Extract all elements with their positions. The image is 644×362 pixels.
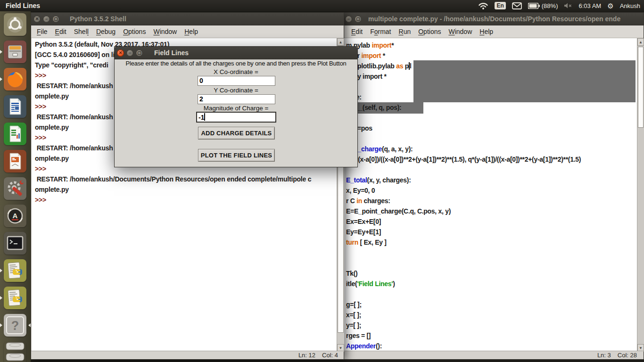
dialog-titlebar[interactable]: ✕ – ▢ Field Lines <box>115 47 357 59</box>
shell-col-indicator: Col: 4 <box>322 352 338 359</box>
launcher-item-ubuntu-dash[interactable] <box>4 13 26 36</box>
svg-text:?: ? <box>11 319 19 333</box>
launcher-item-terminal[interactable] <box>4 232 26 255</box>
shell-statusbar: Ln: 12 Col: 4 <box>31 351 344 359</box>
top-panel: Field Lines En (88%) 6:03 AM ⚙ Ankush <box>0 0 644 11</box>
code-line: E_total(x, y, charges): <box>346 175 411 185</box>
minimize-icon[interactable]: – <box>126 49 133 57</box>
volume-muted-icon[interactable] <box>564 2 572 9</box>
username[interactable]: Ankush <box>620 2 640 9</box>
ubuntu-dash-icon <box>4 13 26 36</box>
launcher-item-idle-python[interactable] <box>4 259 26 282</box>
editor-window-title: multipole complete.py - /home/ankush/Doc… <box>368 15 620 23</box>
x-coordinate-label: X Co-ordinate = <box>115 68 357 75</box>
y-coordinate-input[interactable]: 2 <box>198 94 275 104</box>
code-line: x=[ ]; <box>346 310 361 320</box>
field-lines-dialog: ✕ – ▢ Field Lines Please enter the detai… <box>114 46 358 167</box>
launcher-item-libreoffice-impress[interactable] <box>4 150 26 173</box>
code-line: turn [ Ex, Ey ] <box>346 237 387 247</box>
editor-scrollbar-thumb[interactable] <box>638 47 644 128</box>
editor-titlebar[interactable]: – ▢ multipole complete.py - /home/ankush… <box>343 13 644 25</box>
editor-menubar: EditFormatRunOptionsWindowHelp <box>343 25 644 38</box>
wifi-icon[interactable] <box>478 1 488 10</box>
terminal-icon <box>4 232 26 255</box>
code-line: n q*(x-a[0])/((x-a[0])**2+(y-a[1])**2)**… <box>346 154 581 165</box>
x-coordinate-input[interactable]: 0 <box>198 76 275 86</box>
clock[interactable]: 6:03 AM <box>578 2 601 9</box>
battery-percent[interactable]: (88%) <box>542 2 558 9</box>
running-indicator-arrow <box>0 77 2 81</box>
drives-icon <box>4 341 26 362</box>
maximize-icon[interactable]: ▢ <box>52 16 59 23</box>
keyboard-indicator[interactable]: En <box>495 2 505 9</box>
focused-indicator-arrow <box>28 323 31 327</box>
menu-edit[interactable]: Edit <box>347 28 366 35</box>
code-line: Appender(): <box>346 341 382 351</box>
editor-scrollbar[interactable]: ▲ ▼ <box>637 38 644 352</box>
launcher: A? <box>0 11 31 362</box>
shell-menubar: FileEditShellDebugOptionsWindowHelp <box>31 25 344 38</box>
shell-titlebar[interactable]: ✕ – ▢ Python 3.5.2 Shell <box>31 13 344 25</box>
editor-window: – ▢ multipole complete.py - /home/ankush… <box>342 12 644 360</box>
svg-text:A: A <box>13 212 18 220</box>
add-charge-details-button[interactable]: ADD CHARGE DETAILS <box>198 127 275 140</box>
code-line: g=[ ]; <box>346 299 362 310</box>
menu-edit[interactable]: Edit <box>51 28 70 35</box>
minimize-icon[interactable]: – <box>43 16 50 23</box>
code-line: itle('Field Lines') <box>346 279 395 289</box>
launcher-item-files[interactable] <box>4 41 26 63</box>
launcher-item-system-settings[interactable] <box>4 177 26 200</box>
close-icon[interactable]: ✕ <box>117 49 124 57</box>
menu-window[interactable]: Window <box>445 28 476 35</box>
running-indicator-arrow <box>0 296 2 300</box>
launcher-item-ubuntu-software[interactable]: A <box>4 205 26 227</box>
menu-help[interactable]: Help <box>476 28 497 35</box>
shell-line-indicator: Ln: 12 <box>298 352 315 359</box>
magnitude-of-charge-label: Magnitude of Charge = <box>115 105 357 112</box>
battery-icon[interactable] <box>528 3 540 9</box>
maximize-icon[interactable]: ▢ <box>136 49 143 57</box>
editor-line-indicator: Ln: 3 <box>597 352 611 359</box>
editor-text-area[interactable]: m pylab import*inter import *matplotlib.… <box>343 38 637 352</box>
maximize-icon[interactable]: ▢ <box>355 16 362 23</box>
launcher-item-libreoffice-writer[interactable] <box>4 95 26 118</box>
menu-help[interactable]: Help <box>181 28 202 35</box>
menu-format[interactable]: Format <box>366 28 395 35</box>
minimize-icon[interactable]: – <box>345 16 352 23</box>
panel-app-title: Field Lines <box>6 2 40 9</box>
shell-line: omplete.py <box>35 184 337 195</box>
launcher-item-firefox[interactable] <box>4 68 26 90</box>
menu-options[interactable]: Options <box>414 28 445 35</box>
libreoffice-writer-icon <box>4 95 26 118</box>
gear-icon[interactable]: ⚙ <box>607 2 613 9</box>
launcher-item-idle-python[interactable] <box>4 287 26 309</box>
launcher-item-libreoffice-calc[interactable] <box>4 123 26 145</box>
menu-options[interactable]: Options <box>119 28 149 35</box>
running-indicator-arrow <box>0 323 2 327</box>
editor-col-indicator: Col: 28 <box>618 352 637 359</box>
plot-field-lines-button[interactable]: PLOT THE FIELD LINES <box>198 149 275 162</box>
ubuntu-software-icon: A <box>4 205 26 227</box>
close-icon[interactable]: ✕ <box>33 16 41 23</box>
code-line: r C in charges: <box>346 196 390 206</box>
code-line: E=E_point_charge(C.q, C.pos, x, y) <box>346 206 451 216</box>
launcher-item-unknown-app[interactable]: ? <box>4 314 26 337</box>
menu-file[interactable]: File <box>33 28 51 35</box>
shell-line: >>> <box>35 195 337 205</box>
code-line: Tk() <box>346 268 357 279</box>
scroll-up-icon[interactable]: ▲ <box>637 38 644 46</box>
menu-window[interactable]: Window <box>149 28 181 35</box>
text-cursor <box>204 113 205 121</box>
idle-python-icon <box>4 259 26 282</box>
menu-debug[interactable]: Debug <box>92 28 119 35</box>
mail-icon[interactable] <box>512 2 522 9</box>
code-line: Ey=Ey+E[1] <box>346 227 381 237</box>
launcher-item-drives[interactable] <box>4 341 26 362</box>
idle-python-icon <box>4 287 26 309</box>
scroll-up-icon[interactable]: ▲ <box>337 38 344 46</box>
menu-run[interactable]: Run <box>395 28 415 35</box>
code-line: x, Ey=0, 0 <box>346 185 375 196</box>
magnitude-of-charge-input[interactable]: -1 <box>196 112 276 123</box>
menu-shell[interactable]: Shell <box>70 28 92 35</box>
dialog-message: Please enter the details of all the char… <box>115 60 357 67</box>
